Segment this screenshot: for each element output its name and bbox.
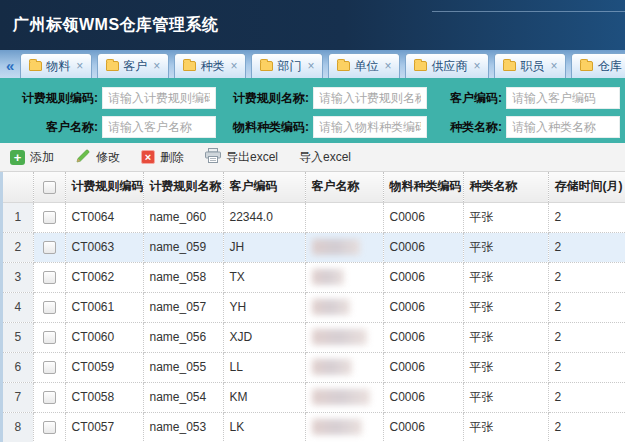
- row-select-cell: [33, 292, 65, 322]
- customer-name-input[interactable]: [102, 116, 216, 138]
- cell: 平张: [463, 352, 548, 382]
- tab-category[interactable]: 种类×: [174, 53, 246, 78]
- row-select-cell: [33, 262, 65, 292]
- column-header[interactable]: 客户名称: [305, 172, 383, 202]
- cell: 2: [548, 292, 625, 322]
- folder-icon: [260, 61, 273, 71]
- folder-icon: [503, 61, 516, 71]
- table-row[interactable]: 7CT0058name_054KMC0006平张2: [3, 382, 625, 412]
- select-all-checkbox[interactable]: [43, 181, 56, 194]
- billing-rule-name-input[interactable]: [313, 87, 427, 109]
- type-name-input[interactable]: [506, 116, 620, 138]
- tab-supplier[interactable]: 供应商×: [405, 53, 489, 78]
- row-checkbox[interactable]: [43, 211, 56, 224]
- row-checkbox[interactable]: [43, 331, 56, 344]
- tab-label: 部门: [277, 58, 301, 75]
- row-number: 5: [3, 322, 33, 352]
- add-button[interactable]: + 添加: [10, 149, 54, 166]
- collapse-tabs-icon[interactable]: «: [6, 57, 14, 74]
- tab-label: 单位: [354, 58, 378, 75]
- cell: LL: [223, 352, 305, 382]
- row-checkbox[interactable]: [43, 361, 56, 374]
- folder-icon: [183, 61, 196, 71]
- tab-label: 职员: [520, 58, 544, 75]
- row-checkbox[interactable]: [43, 241, 56, 254]
- row-checkbox[interactable]: [43, 391, 56, 404]
- column-header[interactable]: 计费规则编码: [65, 172, 143, 202]
- filter-panel: 计费规则编码:计费规则名称:客户编码:客户名称:物料种类编码:种类名称:: [0, 78, 625, 143]
- column-header[interactable]: 计费规则名称: [143, 172, 223, 202]
- tab-customer[interactable]: 客户×: [97, 53, 169, 78]
- table-row[interactable]: 2CT0063name_059JHC0006平张2: [3, 232, 625, 262]
- tab-close-icon[interactable]: ×: [550, 59, 557, 73]
- cell: 平张: [463, 412, 548, 442]
- cell: name_059: [143, 232, 223, 262]
- row-number: 8: [3, 412, 33, 442]
- tab-close-icon[interactable]: ×: [473, 59, 480, 73]
- cell: 平张: [463, 202, 548, 232]
- row-checkbox[interactable]: [43, 421, 56, 434]
- table-row[interactable]: 5CT0060name_056XJDC0006平张2: [3, 322, 625, 352]
- tab-list: 物料×客户×种类×部门×单位×供应商×职员×仓库×: [20, 53, 625, 78]
- column-header[interactable]: 种类名称: [463, 172, 548, 202]
- cell: 2: [548, 382, 625, 412]
- row-number: 4: [3, 292, 33, 322]
- tab-close-icon[interactable]: ×: [230, 59, 237, 73]
- row-checkbox[interactable]: [43, 271, 56, 284]
- tab-close-icon[interactable]: ×: [76, 59, 83, 73]
- cell: YH: [223, 292, 305, 322]
- filter-rows: 计费规则编码:计费规则名称:客户编码:客户名称:物料种类编码:种类名称:: [5, 87, 621, 138]
- cell: [305, 382, 383, 412]
- delete-button[interactable]: × 删除: [141, 149, 184, 166]
- cell: 2: [548, 202, 625, 232]
- tab-close-icon[interactable]: ×: [153, 59, 160, 73]
- table-row[interactable]: 6CT0059name_055LLC0006平张2: [3, 352, 625, 382]
- cell: CT0062: [65, 262, 143, 292]
- tab-material[interactable]: 物料×: [20, 53, 92, 78]
- cell: C0006: [383, 202, 463, 232]
- column-header[interactable]: 客户编码: [223, 172, 305, 202]
- filter-label: 物料种类编码:: [216, 119, 313, 136]
- cell: CT0061: [65, 292, 143, 322]
- cell: 2: [548, 232, 625, 262]
- row-checkbox[interactable]: [43, 301, 56, 314]
- filter-field-billing-rule-name: 计费规则名称:: [216, 87, 427, 109]
- column-header[interactable]: 存储时间(月): [548, 172, 625, 202]
- table-row[interactable]: 3CT0062name_058TXC0006平张2: [3, 262, 625, 292]
- cell: 平张: [463, 262, 548, 292]
- row-select-cell: [33, 202, 65, 232]
- customer-code-input[interactable]: [506, 87, 620, 109]
- cell: 平张: [463, 232, 548, 262]
- row-select-cell: [33, 352, 65, 382]
- row-select-cell: [33, 382, 65, 412]
- header-decor-line: [432, 11, 625, 12]
- app-header: 广州标领WMS仓库管理系统: [0, 0, 625, 50]
- filter-field-type-name: 种类名称:: [427, 116, 620, 138]
- material-type-code-input[interactable]: [313, 116, 427, 138]
- cell: 2: [548, 262, 625, 292]
- table-row[interactable]: 4CT0061name_057YHC0006平张2: [3, 292, 625, 322]
- cell: [305, 202, 383, 232]
- column-header[interactable]: 物料种类编码: [383, 172, 463, 202]
- cell: 22344.0: [223, 202, 305, 232]
- tab-label: 物料: [46, 58, 70, 75]
- tab-warehouse[interactable]: 仓库×: [571, 53, 625, 78]
- tab-department[interactable]: 部门×: [251, 53, 323, 78]
- tab-close-icon[interactable]: ×: [384, 59, 391, 73]
- redacted-customer-name: [312, 359, 352, 375]
- table-row[interactable]: 1CT0064name_06022344.0C0006平张2: [3, 202, 625, 232]
- import-excel-button[interactable]: 导入excel: [299, 149, 351, 166]
- table-row[interactable]: 8CT0057name_053LKC0006平张2: [3, 412, 625, 442]
- pencil-icon: [75, 148, 91, 167]
- cell: name_057: [143, 292, 223, 322]
- cell: name_056: [143, 322, 223, 352]
- cell: C0006: [383, 262, 463, 292]
- export-excel-button[interactable]: 导出excel: [205, 148, 278, 166]
- tab-staff[interactable]: 职员×: [494, 53, 566, 78]
- tab-close-icon[interactable]: ×: [307, 59, 314, 73]
- tab-unit[interactable]: 单位×: [328, 53, 400, 78]
- edit-button[interactable]: 修改: [75, 148, 120, 167]
- folder-icon: [580, 61, 593, 71]
- billing-rule-code-input[interactable]: [102, 87, 216, 109]
- cell: name_055: [143, 352, 223, 382]
